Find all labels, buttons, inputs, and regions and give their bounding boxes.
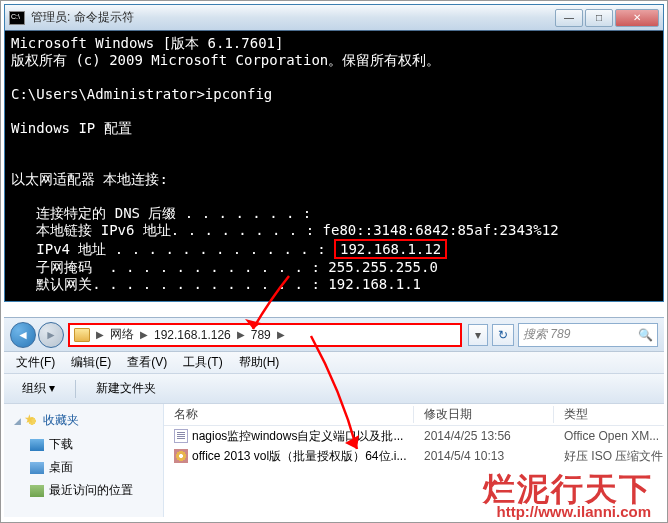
menu-view[interactable]: 查看(V) bbox=[121, 352, 173, 373]
download-icon bbox=[30, 439, 44, 451]
file-date: 2014/5/4 10:13 bbox=[414, 449, 554, 463]
search-icon: 🔍 bbox=[638, 328, 653, 342]
chevron-right-icon[interactable]: ▶ bbox=[237, 329, 245, 340]
col-date[interactable]: 修改日期 bbox=[414, 406, 554, 423]
menu-file[interactable]: 文件(F) bbox=[10, 352, 61, 373]
document-icon bbox=[174, 429, 188, 443]
address-bar[interactable]: ▶ 网络 ▶ 192.168.1.126 ▶ 789 ▶ bbox=[68, 323, 462, 347]
cmd-titlebar[interactable]: 管理员: 命令提示符 — □ ✕ bbox=[5, 5, 663, 31]
watermark-url: http://www.ilanni.com bbox=[497, 503, 651, 520]
recent-label: 最近访问的位置 bbox=[49, 482, 133, 499]
file-row[interactable]: office 2013 vol版（批量授权版）64位.i... 2014/5/4… bbox=[164, 446, 664, 466]
col-type[interactable]: 类型 bbox=[554, 406, 664, 423]
refresh-button[interactable]: ↻ bbox=[492, 324, 514, 346]
sidebar: ◢收藏夹 下载 桌面 最近访问的位置 bbox=[4, 404, 164, 517]
desktop-icon bbox=[30, 462, 44, 474]
col-name[interactable]: 名称 bbox=[164, 406, 414, 423]
file-type: Office Open XM... bbox=[554, 429, 664, 443]
cmd-icon bbox=[9, 11, 25, 25]
search-placeholder: 搜索 789 bbox=[523, 326, 570, 343]
search-input[interactable]: 搜索 789 🔍 bbox=[518, 323, 658, 347]
recent-icon bbox=[30, 485, 44, 497]
minimize-button[interactable]: — bbox=[555, 9, 583, 27]
cmd-pre: Microsoft Windows [版本 6.1.7601] 版权所有 (c)… bbox=[11, 35, 559, 238]
breadcrumb-root[interactable]: 网络 bbox=[110, 326, 134, 343]
window-buttons: — □ ✕ bbox=[555, 9, 659, 27]
file-name: office 2013 vol版（批量授权版）64位.i... bbox=[192, 448, 407, 465]
breadcrumb-folder[interactable]: 789 bbox=[251, 328, 271, 342]
favorites-label: 收藏夹 bbox=[43, 412, 79, 429]
ipv4-label: IPv4 地址 . . . . . . . . . . . . : bbox=[11, 241, 334, 257]
file-name: nagios监控windows自定义端口以及批... bbox=[192, 428, 403, 445]
sidebar-downloads[interactable]: 下载 bbox=[12, 433, 155, 456]
menu-edit[interactable]: 编辑(E) bbox=[65, 352, 117, 373]
cmd-post: 子网掩码 . . . . . . . . . . . . : 255.255.2… bbox=[11, 259, 438, 292]
downloads-label: 下载 bbox=[49, 436, 73, 453]
menu-bar: 文件(F) 编辑(E) 查看(V) 工具(T) 帮助(H) bbox=[4, 352, 664, 374]
new-folder-button[interactable]: 新建文件夹 bbox=[86, 377, 166, 400]
chevron-right-icon[interactable]: ▶ bbox=[277, 329, 285, 340]
back-button[interactable]: ◄ bbox=[10, 322, 36, 348]
folder-icon bbox=[74, 328, 90, 342]
caret-icon: ◢ bbox=[14, 416, 21, 426]
close-button[interactable]: ✕ bbox=[615, 9, 659, 27]
cmd-window: 管理员: 命令提示符 — □ ✕ Microsoft Windows [版本 6… bbox=[4, 4, 664, 302]
file-date: 2014/4/25 13:56 bbox=[414, 429, 554, 443]
toolbar: 组织 ▾ 新建文件夹 bbox=[4, 374, 664, 404]
sidebar-desktop[interactable]: 桌面 bbox=[12, 456, 155, 479]
file-type: 好压 ISO 压缩文件 bbox=[554, 448, 664, 465]
file-row[interactable]: nagios监控windows自定义端口以及批... 2014/4/25 13:… bbox=[164, 426, 664, 446]
sidebar-favorites[interactable]: ◢收藏夹 bbox=[12, 410, 155, 433]
cmd-output: Microsoft Windows [版本 6.1.7601] 版权所有 (c)… bbox=[5, 31, 663, 301]
menu-tools[interactable]: 工具(T) bbox=[177, 352, 228, 373]
organize-button[interactable]: 组织 ▾ bbox=[12, 377, 65, 400]
breadcrumb-host[interactable]: 192.168.1.126 bbox=[154, 328, 231, 342]
separator bbox=[75, 380, 76, 398]
chevron-right-icon[interactable]: ▶ bbox=[140, 329, 148, 340]
chevron-right-icon[interactable]: ▶ bbox=[96, 329, 104, 340]
desktop-label: 桌面 bbox=[49, 459, 73, 476]
file-list-header: 名称 修改日期 类型 bbox=[164, 404, 664, 426]
star-icon bbox=[25, 415, 39, 427]
address-dropdown[interactable]: ▾ bbox=[468, 324, 488, 346]
forward-button[interactable]: ► bbox=[38, 322, 64, 348]
ipv4-address-highlight: 192.168.1.12 bbox=[334, 239, 447, 259]
explorer-nav: ◄ ► ▶ 网络 ▶ 192.168.1.126 ▶ 789 ▶ ▾ ↻ 搜索 … bbox=[4, 318, 664, 352]
maximize-button[interactable]: □ bbox=[585, 9, 613, 27]
iso-icon bbox=[174, 449, 188, 463]
sidebar-recent[interactable]: 最近访问的位置 bbox=[12, 479, 155, 502]
cmd-title: 管理员: 命令提示符 bbox=[31, 9, 555, 26]
menu-help[interactable]: 帮助(H) bbox=[233, 352, 286, 373]
